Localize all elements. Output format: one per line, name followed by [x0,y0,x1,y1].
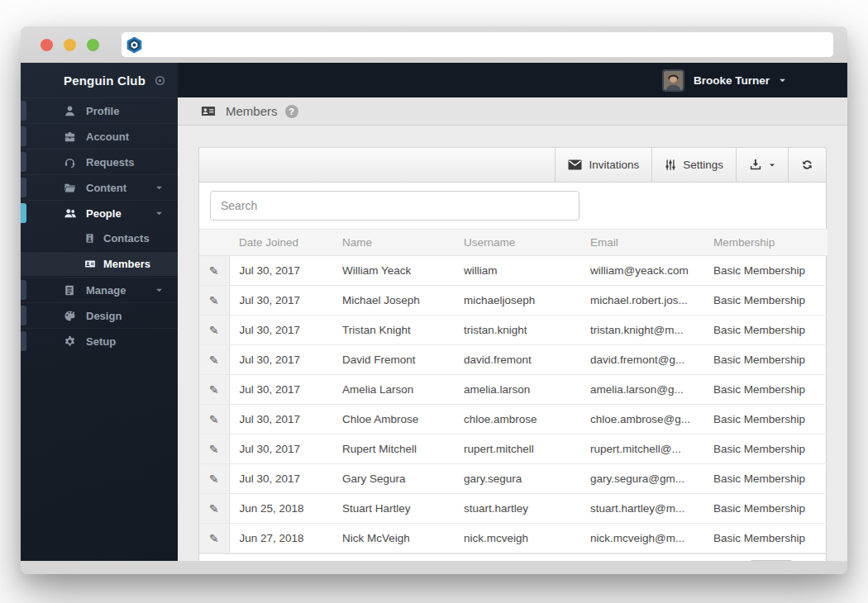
edit-row-button[interactable]: ✎ [199,256,229,286]
chevron-down-icon [155,287,163,294]
cell-username: gary.segura [454,464,580,494]
sidebar-item-people[interactable]: People [21,200,178,226]
id-card-icon [84,259,96,269]
sidebar-item-label: Setup [86,335,116,348]
window-close-button[interactable] [41,39,53,51]
cell-membership: Basic Membership [703,375,827,405]
org-name: Penguin Club [64,74,145,88]
table-row: ✎ Jul 30, 2017 Chloe Ambrose chloe.ambro… [199,405,827,434]
column-header-email[interactable]: Email [580,230,703,256]
cell-date: Jul 30, 2017 [229,256,332,286]
edge-tab [21,126,26,146]
sidebar-item-label: Members [103,258,150,270]
cell-username: nick.mcveigh [454,524,580,553]
edit-row-button[interactable]: ✎ [199,316,229,345]
invitations-button[interactable]: Invitations [555,148,651,182]
browser-titlebar [21,26,847,63]
cell-username: david.fremont [454,345,580,375]
download-icon [749,159,762,171]
column-header-name[interactable]: Name [332,230,454,256]
sidebar-item-members[interactable]: Members [21,251,178,277]
palette-icon [64,310,77,322]
cell-date: Jul 30, 2017 [229,375,332,405]
column-header-username[interactable]: Username [454,230,580,256]
cell-membership: Basic Membership [703,434,827,464]
edit-row-button[interactable]: ✎ [199,375,229,405]
export-button[interactable] [736,148,788,182]
headset-icon [64,156,77,169]
cell-username: michaeljoseph [454,286,580,316]
user-menu[interactable]: Brooke Turner [662,69,786,92]
cell-name: Tristan Knight [332,316,454,345]
window-minimize-button[interactable] [64,39,76,51]
table-row: ✎ Jun 27, 2018 Nick McVeigh nick.mcveigh… [199,524,827,553]
edit-row-button[interactable]: ✎ [199,345,229,375]
cell-email: nick.mcveigh@m... [580,524,703,553]
table-header-row: Date Joined Name Username Email Membersh… [199,230,827,256]
edit-row-button[interactable]: ✎ [199,434,229,464]
sidebar-item-content[interactable]: Content [21,174,178,200]
help-icon[interactable]: ? [285,105,298,118]
table-row: ✎ Jul 30, 2017 Michael Joseph michaeljos… [199,286,827,316]
org-status-icon[interactable] [155,75,165,86]
table-row: ✎ Jul 30, 2017 David Fremont david.fremo… [199,345,827,375]
column-header-membership[interactable]: Membership [703,230,827,256]
cell-date: Jul 30, 2017 [229,345,332,375]
cell-username: rupert.mitchell [454,434,580,464]
edge-tab [21,306,26,325]
column-header-date-joined[interactable]: Date Joined [229,230,332,256]
window-zoom-button[interactable] [87,39,99,51]
sidebar: Penguin Club Profile Account [21,63,178,561]
address-bar[interactable] [122,32,833,57]
cell-date: Jul 30, 2017 [229,464,332,494]
edit-row-button[interactable]: ✎ [199,524,229,553]
edit-row-button[interactable]: ✎ [199,464,229,494]
table-row: ✎ Jul 30, 2017 Amelia Larson amelia.lars… [199,375,827,405]
pencil-icon: ✎ [209,383,219,396]
sidebar-item-profile[interactable]: Profile [21,97,178,123]
pencil-icon: ✎ [209,294,219,307]
folder-icon [64,182,77,194]
cell-email: tristan.knight@m... [580,316,703,345]
sidebar-item-setup[interactable]: Setup [21,328,178,354]
sidebar-item-label: People [86,207,122,220]
cell-date: Jul 30, 2017 [229,405,332,434]
id-badge-icon [84,233,96,244]
pencil-icon: ✎ [209,264,219,278]
sidebar-item-account[interactable]: Account [21,123,178,149]
pencil-icon: ✎ [209,472,219,486]
cell-date: Jun 25, 2018 [229,494,332,524]
cell-email: david.fremont@g... [580,345,703,375]
pencil-icon: ✎ [209,354,219,367]
table-row: ✎ Jul 30, 2017 William Yeack william wil… [199,256,827,286]
sidebar-item-label: Manage [86,284,126,297]
pencil-icon: ✎ [209,413,219,426]
cell-membership: Basic Membership [703,286,827,316]
cell-email: stuart.hartley@m... [580,494,703,524]
cell-name: David Fremont [332,345,454,375]
sidebar-item-requests[interactable]: Requests [21,149,178,174]
search-row [199,183,826,229]
page-header: Members ? [178,97,847,126]
edit-row-button[interactable]: ✎ [199,494,229,524]
app-topbar: Brooke Turner [178,63,847,97]
cell-name: Nick McVeigh [332,524,454,553]
refresh-button[interactable] [788,148,826,182]
edge-tab [21,178,26,197]
cell-name: Rupert Mitchell [332,434,454,464]
edge-tab [21,101,26,121]
cell-membership: Basic Membership [703,345,827,375]
edit-row-button[interactable]: ✎ [199,405,229,434]
cell-date: Jul 30, 2017 [229,316,332,345]
sidebar-item-contacts[interactable]: Contacts [21,226,178,251]
sidebar-item-manage[interactable]: Manage [21,277,178,302]
search-input[interactable] [210,191,579,221]
sidebar-item-label: Content [86,182,126,194]
edit-row-button[interactable]: ✎ [199,286,229,316]
main-area: Brooke Turner Members ? [178,63,847,561]
cell-name: Chloe Ambrose [332,405,454,434]
sidebar-item-design[interactable]: Design [21,302,178,328]
edge-tab [21,152,26,172]
settings-button[interactable]: Settings [651,148,736,182]
users-icon [64,207,77,220]
